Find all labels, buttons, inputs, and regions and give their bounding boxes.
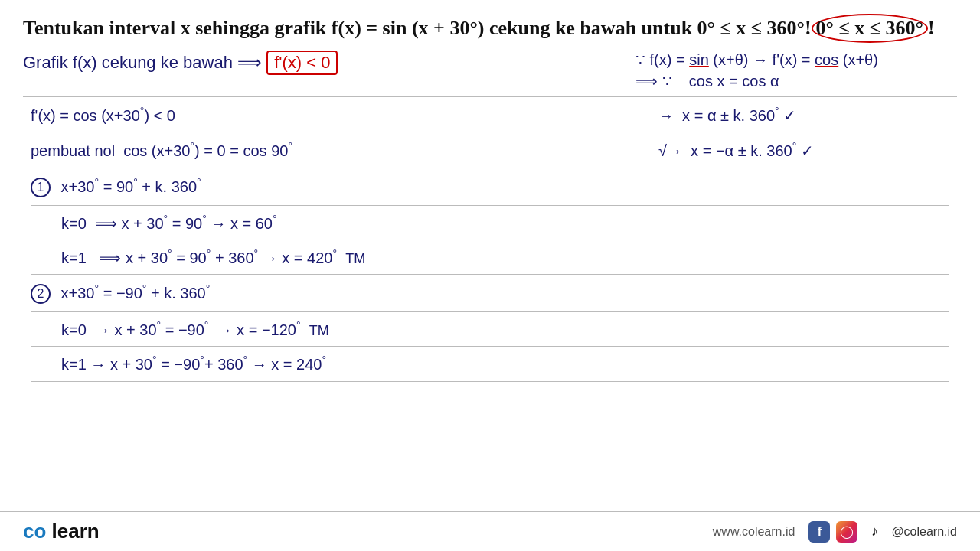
divider-6: [31, 274, 949, 275]
right-line2: ⟹ ∵ cos x = cos α: [635, 72, 957, 90]
case2-sub2: k=1 → x + 30° = −90°+ 360° → x = 240°: [31, 351, 949, 376]
row-zero-maker: pembuat nol cos (x+30°) = 0 = cos 90° √→…: [31, 137, 949, 163]
divider-7: [31, 311, 949, 312]
boxed-derivative: f'(x) < 0: [266, 51, 338, 75]
case1-header-left: 1 x+30° = 90° + k. 360°: [31, 176, 658, 197]
divider-4: [31, 205, 949, 206]
logo-learn: learn: [46, 520, 99, 543]
case2-circle: 2: [31, 284, 51, 304]
facebook-icon[interactable]: f: [808, 521, 830, 543]
divider-8: [31, 346, 949, 347]
instagram-icon[interactable]: ◯: [836, 521, 858, 543]
interval-highlight: 0° ≤ x ≤ 360°: [812, 14, 928, 43]
footer-logo: co learn: [23, 520, 100, 543]
divider-5: [31, 240, 949, 240]
row-derivative-right: → x = α ± k. 360° ✓: [658, 105, 949, 125]
explanation-left: Grafik f(x) cekung ke bawah ⟹ f'(x) < 0: [23, 51, 338, 75]
case1-circle: 1: [31, 178, 51, 197]
social-handle: @colearn.id: [891, 525, 957, 539]
footer: co learn www.colearn.id f ◯ ♪ @colearn.i…: [0, 511, 980, 551]
case1-sub2: k=1 ⟹ x + 30° = 90° + 360° → x = 420° TM: [31, 245, 949, 269]
tiktok-icon[interactable]: ♪: [864, 521, 885, 543]
explanation-right: ∵ f(x) = sin (x+θ) → f'(x) = cos (x+θ) ⟹…: [635, 51, 957, 90]
row-zero-maker-left: pembuat nol cos (x+30°) = 0 = cos 90°: [31, 140, 658, 160]
question-label: Tentukan interval x sehingga grafik f(x)…: [23, 17, 812, 39]
case2-header-left: 2 x+30° = −90° + k. 360°: [31, 282, 658, 304]
case1-sub1: k=0 ⟹ x + 30° = 90° → x = 60°: [31, 210, 949, 235]
logo-co: co: [23, 520, 46, 543]
math-section: f'(x) = cos (x+30°) < 0 → x = α ± k. 360…: [23, 102, 957, 383]
row-derivative-left: f'(x) = cos (x+30°) < 0: [31, 105, 658, 125]
divider-9: [31, 381, 949, 382]
question-text: Tentukan interval x sehingga grafik f(x)…: [23, 14, 957, 43]
case1-header: 1 x+30° = 90° + k. 360°: [31, 173, 949, 201]
divider-1: [23, 96, 957, 97]
row-derivative: f'(x) = cos (x+30°) < 0 → x = α ± k. 360…: [31, 102, 949, 128]
footer-url: www.colearn.id: [713, 525, 795, 539]
row-zero-maker-right: √→ x = −α ± k. 360° ✓: [658, 140, 949, 160]
divider-3: [31, 168, 949, 168]
case2-sub1: k=0 → x + 30° = −90° → x = −120° TM: [31, 317, 949, 341]
divider-2: [31, 132, 949, 132]
explanation-row: Grafik f(x) cekung ke bawah ⟹ f'(x) < 0 …: [23, 51, 957, 90]
footer-social: f ◯ ♪ @colearn.id: [808, 521, 957, 543]
footer-right: www.colearn.id f ◯ ♪ @colearn.id: [713, 521, 957, 543]
case2-header: 2 x+30° = −90° + k. 360°: [31, 279, 949, 307]
main-content: Tentukan interval x sehingga grafik f(x)…: [0, 0, 980, 394]
right-line1: ∵ f(x) = sin (x+θ) → f'(x) = cos (x+θ): [635, 51, 957, 69]
